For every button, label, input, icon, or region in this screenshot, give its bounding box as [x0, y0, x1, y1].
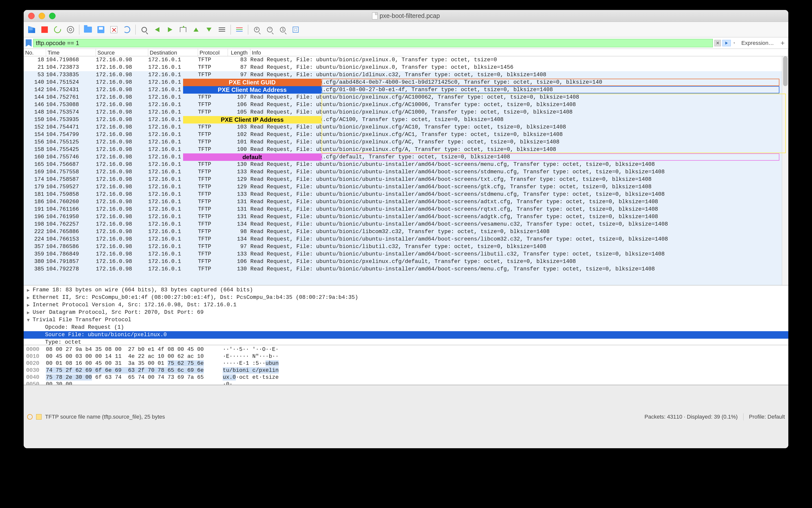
- go-back-button[interactable]: [152, 25, 162, 35]
- toolbar-separator: [230, 25, 231, 35]
- detail-row[interactable]: ▾Trivial File Transfer Protocol: [24, 316, 788, 324]
- toolbar-separator: [248, 25, 248, 35]
- detail-row[interactable]: Opcode: Read Request (1): [24, 324, 788, 331]
- hex-row[interactable]: 0020 00 01 08 16 00 45 00 31 3a 35 00 01…: [26, 360, 786, 367]
- packet-row[interactable]: 181104.759858172.16.0.98172.16.0.1TFTP13…: [24, 191, 782, 198]
- packet-row[interactable]: 140104.751524172.16.0.98172.16.0.1TFTPub…: [24, 79, 782, 86]
- go-last-button[interactable]: [204, 25, 214, 35]
- main-toolbar: [24, 22, 788, 37]
- status-field-info: TFTP source file name (tftp.source_file)…: [45, 414, 165, 420]
- packet-row[interactable]: 148104.753574172.16.0.98172.16.0.1TFTP10…: [24, 109, 782, 116]
- packet-row[interactable]: 186104.760260172.16.0.98172.16.0.1TFTP13…: [24, 198, 782, 206]
- column-info[interactable]: Info: [250, 49, 788, 56]
- hex-row[interactable]: 0010 00 45 00 03 00 00 14 11 4e 22 ac 10…: [26, 353, 786, 360]
- packet-row[interactable]: 359104.786849172.16.0.98172.16.0.1TFTP13…: [24, 251, 782, 258]
- filter-bookmark-icon[interactable]: [26, 39, 32, 47]
- restart-capture-button[interactable]: [52, 25, 62, 35]
- toolbar-separator: [79, 25, 80, 35]
- packet-row[interactable]: 160104.755746172.16.0.98172.16.0.1TFTPub…: [24, 154, 782, 161]
- packet-row[interactable]: 179104.759527172.16.0.98172.16.0.1TFTP12…: [24, 183, 782, 191]
- column-protocol[interactable]: Protocol: [198, 49, 228, 56]
- packet-row[interactable]: 165104.756687172.16.0.98172.16.0.1TFTP13…: [24, 161, 782, 168]
- column-destination[interactable]: Destination: [148, 49, 198, 56]
- status-profile[interactable]: Profile: Default: [749, 414, 785, 420]
- open-file-button[interactable]: [83, 25, 93, 35]
- column-time[interactable]: Time: [46, 49, 96, 56]
- hex-row[interactable]: 0050 00 30 00·0·: [26, 381, 786, 385]
- start-capture-button[interactable]: [27, 25, 37, 35]
- capture-options-button[interactable]: [66, 25, 76, 35]
- colorize-button[interactable]: [234, 25, 244, 35]
- expression-button[interactable]: Expression…: [738, 40, 777, 46]
- packet-details-pane[interactable]: ▸Frame 18: 83 bytes on wire (664 bits), …: [24, 285, 788, 345]
- reload-file-button[interactable]: [122, 25, 132, 35]
- hex-row[interactable]: 0030 74 75 2f 62 69 6f 6e 69 63 2f 70 78…: [26, 367, 786, 374]
- zoom-in-button[interactable]: [252, 25, 262, 35]
- packet-row[interactable]: 380104.791857172.16.0.98172.16.0.1TFTP10…: [24, 258, 782, 265]
- stop-capture-button[interactable]: [40, 25, 50, 35]
- packet-row[interactable]: 21104.723873172.16.0.98172.16.0.1TFTP87R…: [24, 64, 782, 71]
- detail-row[interactable]: ▸Frame 18: 83 bytes on wire (664 bits), …: [24, 286, 788, 294]
- packet-row[interactable]: 224104.766153172.16.0.98172.16.0.1TFTP13…: [24, 236, 782, 243]
- packet-row[interactable]: 158104.755425172.16.0.98172.16.0.1TFTP10…: [24, 146, 782, 154]
- packet-list[interactable]: 18104.719868172.16.0.98172.16.0.1TFTP83R…: [24, 56, 788, 285]
- detail-row[interactable]: ▸Internet Protocol Version 4, Src: 172.1…: [24, 301, 788, 309]
- clear-filter-button[interactable]: ✕: [714, 40, 721, 46]
- packet-row[interactable]: 357104.786586172.16.0.98172.16.0.1TFTP97…: [24, 243, 782, 251]
- packet-row[interactable]: 385104.792278172.16.0.98172.16.0.1TFTP13…: [24, 265, 782, 273]
- hex-row[interactable]: 0000 08 00 27 9a b4 35 08 00 27 b0 e1 4f…: [26, 346, 786, 353]
- hex-row[interactable]: 0040 75 78 2e 30 00 6f 63 74 65 74 00 74…: [26, 374, 786, 381]
- status-bar: TFTP source file name (tftp.source_file)…: [24, 385, 788, 448]
- toolbar-separator: [135, 25, 136, 35]
- packet-row[interactable]: 53104.733835172.16.0.98172.16.0.1TFTP97R…: [24, 71, 782, 79]
- packet-row[interactable]: 174104.758587172.16.0.98172.16.0.1TFTP12…: [24, 176, 782, 183]
- packet-row[interactable]: 146104.753088172.16.0.98172.16.0.1TFTP10…: [24, 101, 782, 109]
- resize-columns-button[interactable]: [291, 25, 301, 35]
- apply-filter-button[interactable]: [722, 40, 731, 46]
- add-filter-button[interactable]: +: [779, 39, 786, 47]
- column-no[interactable]: No.: [24, 49, 46, 56]
- go-forward-button[interactable]: [165, 25, 175, 35]
- packet-row[interactable]: 18104.719868172.16.0.98172.16.0.1TFTP83R…: [24, 56, 782, 64]
- detail-row[interactable]: ▸Ethernet II, Src: PcsCompu_b0:e1:4f (08…: [24, 294, 788, 301]
- status-packet-count: Packets: 43110 · Displayed: 39 (0.1%): [644, 414, 737, 420]
- expert-info-icon[interactable]: [27, 414, 33, 420]
- packet-row[interactable]: 150104.753935172.16.0.98172.16.0.1TFTPub…: [24, 116, 782, 124]
- save-file-button[interactable]: [96, 25, 106, 35]
- find-packet-button[interactable]: [139, 25, 149, 35]
- packet-row[interactable]: 156104.755125172.16.0.98172.16.0.1TFTP10…: [24, 138, 782, 146]
- packet-bytes-pane[interactable]: 0000 08 00 27 9a b4 35 08 00 27 b0 e1 4f…: [24, 345, 788, 385]
- filter-bar: ✕ ▾ Expression… +: [24, 37, 788, 49]
- detail-row[interactable]: ▸User Datagram Protocol, Src Port: 2070,…: [24, 309, 788, 316]
- packet-row[interactable]: 191104.761166172.16.0.98172.16.0.1TFTP13…: [24, 206, 782, 213]
- capture-file-icon[interactable]: [36, 414, 42, 420]
- detail-row[interactable]: Type: octet: [24, 339, 788, 345]
- annotation-default: default: [183, 154, 321, 161]
- filter-history-dropdown[interactable]: ▾: [732, 40, 736, 46]
- auto-scroll-button[interactable]: [217, 25, 227, 35]
- packet-row[interactable]: 169104.757558172.16.0.98172.16.0.1TFTP13…: [24, 168, 782, 176]
- window-title: pxe-boot-filtered.pcap: [24, 12, 788, 19]
- annotation-guid: PXE Client GUID: [183, 79, 321, 86]
- packet-row[interactable]: 198104.762257172.16.0.98172.16.0.1TFTP13…: [24, 221, 782, 228]
- packet-row[interactable]: 154104.754799172.16.0.98172.16.0.1TFTP10…: [24, 131, 782, 138]
- packet-list-header[interactable]: No. Time Source Destination Protocol Len…: [24, 49, 788, 56]
- packet-row[interactable]: 222104.765886172.16.0.98172.16.0.1TFTP98…: [24, 228, 782, 236]
- packet-row[interactable]: 142104.752431172.16.0.98172.16.0.1TFTPub…: [24, 86, 782, 94]
- display-filter-input[interactable]: [33, 39, 713, 47]
- packet-row[interactable]: 196104.761950172.16.0.98172.16.0.1TFTP13…: [24, 213, 782, 221]
- annotation-mac: PXE Client Mac Address: [183, 86, 321, 94]
- go-first-button[interactable]: [191, 25, 201, 35]
- close-file-button[interactable]: [109, 25, 119, 35]
- zoom-reset-button[interactable]: [278, 25, 288, 35]
- document-icon: [372, 12, 378, 19]
- annotation-ip: PXE Client IP Address: [183, 116, 321, 124]
- detail-row[interactable]: Source File: ubuntu/bionic/pxelinux.0: [24, 331, 788, 339]
- packet-list-scrollbar[interactable]: [782, 56, 788, 285]
- column-source[interactable]: Source: [96, 49, 148, 56]
- go-to-packet-button[interactable]: [178, 25, 188, 35]
- packet-row[interactable]: 144104.752761172.16.0.98172.16.0.1TFTP10…: [24, 94, 782, 101]
- zoom-out-button[interactable]: [265, 25, 275, 35]
- packet-row[interactable]: 152104.754471172.16.0.98172.16.0.1TFTP10…: [24, 124, 782, 131]
- column-length[interactable]: Length: [228, 49, 250, 56]
